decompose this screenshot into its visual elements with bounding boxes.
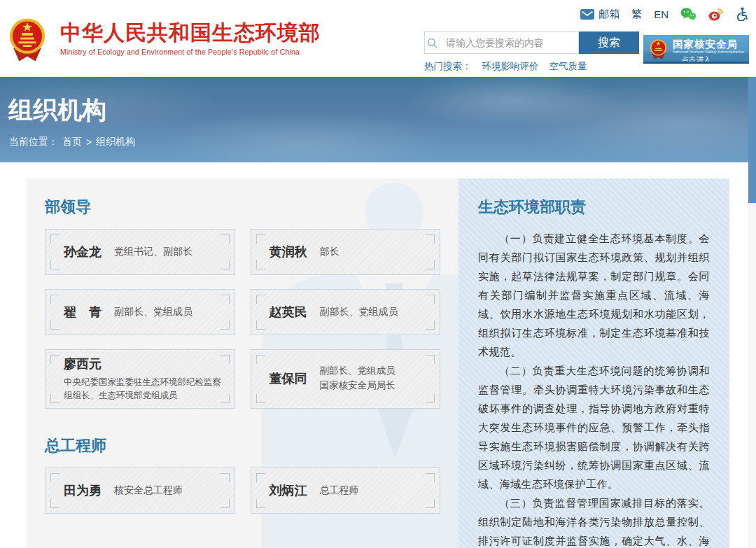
- engineer-card-liubingjiang[interactable]: 刘炳江 总工程师: [251, 468, 441, 514]
- engineers-heading: 总工程师: [45, 435, 440, 456]
- hot-search-link-eia[interactable]: 环境影响评价: [482, 60, 539, 73]
- breadcrumb: 当前位置： 首页 > 组织机构: [9, 136, 135, 148]
- mail-link[interactable]: 邮箱: [580, 8, 620, 21]
- mail-label: 邮箱: [598, 8, 620, 21]
- engineer-card-tianweiyong[interactable]: 田为勇 核安全总工程师: [45, 468, 235, 514]
- leader-name: 翟 青: [64, 304, 102, 321]
- duties-heading: 生态环境部职责: [478, 197, 710, 218]
- leader-role: 党组书记、副部长: [114, 246, 192, 258]
- nnsa-entry-badge[interactable]: 国家核安全局 National Nuclear Safety Administr…: [643, 35, 749, 64]
- leader-role-secondary: 国家核安全局局长: [320, 379, 396, 393]
- duties-paragraph-2: （二）负责重大生态环境问题的统筹协调和监督管理。牵头协调重特大环境污染事故和生态…: [478, 361, 710, 493]
- traditional-chinese-link[interactable]: 繁: [631, 8, 642, 21]
- leadership-panel: 部领导 孙金龙 党组书记、副部长 黄润秋 部长 翟 青 副部长、党组成员: [27, 178, 458, 548]
- leader-name: 赵英民: [270, 304, 307, 321]
- search-icon: [427, 38, 438, 48]
- leader-role: 副部长、党组成员: [320, 306, 398, 318]
- leader-name: 黄润秋: [270, 244, 307, 260]
- mail-icon: [580, 9, 594, 20]
- scrollbar-track[interactable]: [748, 77, 756, 548]
- breadcrumb-home-link[interactable]: 首页: [62, 136, 82, 148]
- engineer-name: 田为勇: [64, 482, 102, 499]
- search-box: [424, 31, 579, 54]
- scrollbar-thumb[interactable]: [748, 77, 756, 203]
- breadcrumb-current: 组织机构: [96, 136, 135, 148]
- nnsa-enter-label: 点击进入: [682, 55, 711, 64]
- leader-card-liaoxiyuan[interactable]: 廖西元 中央纪委国家监委驻生态环境部纪检监察组组长、生态环境部党组成员: [45, 349, 235, 409]
- site-header: 邮箱 繁 EN: [0, 0, 756, 77]
- leaders-heading: 部领导: [45, 197, 440, 218]
- breadcrumb-separator: >: [86, 136, 92, 148]
- leader-name: 孙金龙: [64, 244, 102, 260]
- leader-card-dongbaotong[interactable]: 董保同 副部长、党组成员 国家核安全局局长: [251, 349, 441, 409]
- page: 邮箱 繁 EN: [0, 0, 756, 548]
- duties-paragraph-1: （一）负责建立健全生态环境基本制度。会同有关部门拟订国家生态环境政策、规划并组织…: [478, 229, 710, 361]
- brand-text: 中华人民共和国生态环境部 Ministry of Ecology and Env…: [60, 21, 321, 56]
- national-emblem-icon: [8, 15, 46, 64]
- leader-card-zhaoyingmin[interactable]: 赵英民 副部长、党组成员: [251, 289, 441, 335]
- hot-search-row: 热门搜索： 环境影响评价 空气质量: [424, 60, 641, 73]
- search-area: 搜索 热门搜索： 环境影响评价 空气质量: [424, 31, 641, 73]
- engineer-role: 总工程师: [320, 484, 359, 497]
- leader-name: 廖西元: [64, 356, 102, 372]
- page-banner: 组织机构 当前位置： 首页 > 组织机构: [0, 77, 756, 162]
- accessibility-icon[interactable]: [736, 7, 748, 21]
- engineer-name: 刘炳江: [270, 482, 307, 499]
- leader-role: 副部长、党组成员: [320, 364, 396, 379]
- hot-search-link-air[interactable]: 空气质量: [550, 60, 587, 73]
- search-input[interactable]: [440, 33, 578, 52]
- duties-paragraph-3: （三）负责监督管理国家减排目标的落实。组织制定陆地和海洋各类污染物排放总量控制、…: [478, 493, 710, 548]
- page-title: 组织机构: [8, 94, 106, 127]
- main-content: 部领导 孙金龙 党组书记、副部长 黄润秋 部长 翟 青 副部长、党组成员: [27, 178, 729, 548]
- english-link[interactable]: EN: [654, 8, 668, 20]
- search-row: 搜索: [424, 31, 641, 54]
- leader-name: 董保同: [270, 370, 307, 387]
- site-subtitle: Ministry of Ecology and Environment of t…: [60, 48, 321, 56]
- leader-role: 副部长、党组成员: [114, 306, 192, 318]
- breadcrumb-label: 当前位置：: [9, 136, 58, 148]
- weibo-icon[interactable]: [708, 8, 724, 21]
- leader-card-zhaiqing[interactable]: 翟 青 副部长、党组成员: [45, 289, 235, 335]
- search-button[interactable]: 搜索: [579, 31, 639, 54]
- leaders-grid: 孙金龙 党组书记、副部长 黄润秋 部长 翟 青 副部长、党组成员 赵英民 副部长…: [45, 229, 440, 409]
- hot-search-label: 热门搜索：: [424, 60, 472, 73]
- engineers-grid: 田为勇 核安全总工程师 刘炳江 总工程师: [45, 468, 440, 514]
- leader-card-huangrunqiu[interactable]: 黄润秋 部长: [251, 229, 441, 275]
- leader-role: 中央纪委国家监委驻生态环境部纪检监察组组长、生态环境部党组成员: [64, 376, 225, 402]
- topbar: 邮箱 繁 EN: [580, 7, 748, 21]
- leader-role-stack: 副部长、党组成员 国家核安全局局长: [320, 364, 396, 393]
- nnsa-enter-strip: 点击进入: [643, 52, 749, 62]
- search-icon-wrap: [425, 36, 440, 50]
- leader-role: 部长: [320, 246, 340, 258]
- duties-sidebar: 生态环境部职责 （一）负责建立健全生态环境基本制度。会同有关部门拟订国家生态环境…: [458, 178, 729, 548]
- site-title: 中华人民共和国生态环境部: [60, 21, 321, 44]
- brand[interactable]: 中华人民共和国生态环境部 Ministry of Ecology and Env…: [8, 15, 321, 64]
- wechat-icon[interactable]: [680, 7, 696, 21]
- leader-card-sunjinlong[interactable]: 孙金龙 党组书记、副部长: [45, 229, 235, 275]
- engineer-role: 核安全总工程师: [114, 484, 183, 497]
